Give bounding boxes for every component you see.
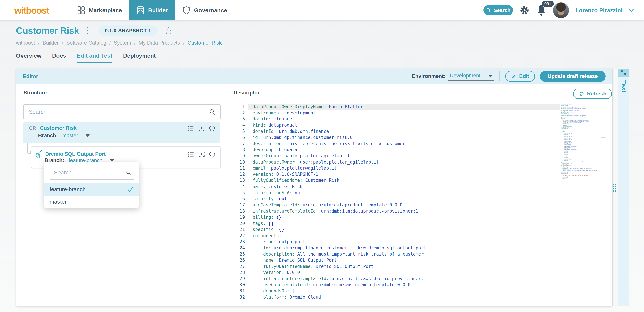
expand-arrows-icon [620, 70, 626, 76]
tab-deployment[interactable]: Deployment [123, 52, 156, 63]
breadcrumb-separator: / [38, 40, 40, 46]
title-row: Customer Risk 0.1.0-SNAPSHOT-1 ☆ [16, 25, 173, 36]
tab-overview[interactable]: Overview [16, 52, 41, 63]
breadcrumb-item[interactable]: System [114, 40, 131, 46]
code-icon[interactable] [209, 151, 216, 157]
tab-edit-and-test[interactable]: Edit and Test [77, 52, 112, 63]
code-line: 1dataProductOwnerDisplayName: Paolo Plat… [233, 104, 611, 110]
descriptor-title: Descriptor [234, 90, 260, 96]
global-search-button[interactable]: Search [483, 5, 513, 15]
branch-label: Branch: [38, 133, 58, 139]
branch-option-master[interactable]: master [44, 196, 139, 208]
nav-item-builder[interactable]: Builder [129, 0, 175, 20]
code-line: 16maturity: null [233, 196, 611, 202]
dropdown-search-input[interactable] [54, 169, 126, 176]
details-list-icon[interactable] [188, 125, 194, 131]
code-line: 2environment: development [233, 110, 611, 116]
breadcrumb-item[interactable]: Builder [42, 40, 59, 46]
editor-scrollbar-thumb[interactable] [601, 137, 605, 152]
notifications-button[interactable]: 99+ [536, 4, 546, 16]
expand-test-panel-button[interactable] [618, 69, 629, 77]
kebab-menu-icon[interactable] [86, 27, 88, 34]
code-line: 11email: paolo.platter@agilelab.it [233, 165, 611, 171]
minimap-line: format: null [561, 178, 599, 179]
code-line: 13fullyQualifiedName: Customer Risk [233, 177, 611, 183]
refresh-button[interactable]: Refresh [573, 89, 612, 99]
test-panel-label: Test [620, 80, 627, 93]
avatar[interactable] [553, 2, 569, 18]
code-line: 19billing: {} [233, 214, 611, 220]
page-title: Customer Risk [16, 25, 79, 36]
details-list-icon[interactable] [188, 151, 194, 157]
shield-icon [182, 6, 191, 14]
tree-node-customer-risk[interactable]: CR Customer Risk [23, 122, 220, 144]
app-root: witboost Marketplace Builder [0, 0, 644, 312]
code-line: 25 description: All the most important r… [233, 251, 611, 257]
version-badge: 0.1.0-SNAPSHOT-1 [98, 25, 158, 36]
code-line: 9ownerGroup: paolo.platter_agilelab.it [233, 153, 611, 159]
code-line: 8devGroup: bigdata [233, 147, 611, 153]
breadcrumb-item[interactable]: witboost [16, 40, 35, 46]
code-line: 17useCaseTemplateId: urn:dmb:utm:datapro… [233, 202, 611, 208]
editor-panel: Editor Environment: Development Edit U [16, 69, 612, 307]
environment-value: Development [450, 73, 480, 79]
code-icon[interactable] [208, 125, 216, 131]
tab-docs[interactable]: Docs [52, 52, 66, 63]
editor-scrollbar-track [600, 104, 600, 196]
breadcrumb-item[interactable]: My Data Products [139, 40, 180, 46]
user-name[interactable]: Lorenzo Pirazzini [576, 7, 622, 13]
breadcrumb-item[interactable]: Software Catalog [66, 40, 106, 46]
code-line: 26 name: Dremio SQL Output Port [233, 257, 611, 263]
structure-title: Structure [24, 90, 47, 96]
code-line: 10dataProductOwner: user:paolo.platter_a… [233, 159, 611, 165]
node-abbr: CR [29, 125, 36, 131]
refresh-icon [579, 91, 585, 97]
yaml-code-editor[interactable]: 1dataProductOwnerDisplayName: Paolo Plat… [233, 104, 611, 299]
focus-icon[interactable] [198, 151, 205, 157]
code-line: 30 useCaseTemplateId: urn:dmb:utm:aws-dr… [233, 282, 611, 288]
nav-item-label: Marketplace [89, 7, 122, 13]
update-draft-release-button[interactable]: Update draft release [540, 71, 606, 82]
code-line: 20tags: [] [233, 220, 611, 226]
gear-icon[interactable] [519, 5, 530, 15]
code-line: 31 dependsOn: [] [233, 288, 611, 294]
code-line: 27 fullyQualifiedName: Dremio SQL Output… [233, 263, 611, 269]
drag-handle-icon[interactable] [614, 184, 616, 192]
breadcrumb-separator: / [62, 40, 63, 46]
breadcrumb-item[interactable]: Customer Risk [188, 40, 222, 46]
header-divider [500, 71, 500, 81]
dremio-narwhal-icon [34, 149, 43, 159]
edit-button[interactable]: Edit [505, 71, 535, 82]
resize-gutter[interactable] [612, 69, 618, 307]
page-header: Customer Risk 0.1.0-SNAPSHOT-1 ☆ witboos… [16, 20, 628, 69]
nav-item-label: Builder [148, 7, 168, 13]
structure-search-field [23, 104, 221, 119]
star-icon[interactable]: ☆ [164, 26, 173, 35]
pane-divider [226, 84, 226, 307]
navbar-right-cluster: Search 99+ Lorenzo Pira [483, 2, 634, 18]
branch-value: master [62, 133, 78, 139]
witboost-logo[interactable]: witboost [14, 5, 70, 16]
structure-search-input[interactable] [28, 109, 209, 115]
nav-item-marketplace[interactable]: Marketplace [70, 0, 129, 20]
caret-down-icon [110, 159, 114, 162]
focus-icon[interactable] [198, 125, 205, 132]
editor-minimap[interactable]: dataProductOwnerDisplayName: Paolo Platt… [561, 104, 599, 181]
code-line: 5domainId: urn:dmb:dmn:finance [233, 128, 611, 134]
edit-button-label: Edit [519, 73, 529, 79]
editor-panel-title: Editor [23, 73, 38, 80]
code-line: 7description: this represents the risk t… [233, 141, 611, 147]
nav-item-governance[interactable]: Governance [175, 0, 234, 20]
code-line: 15informationSLA: null [233, 189, 611, 196]
branch-option-feature-branch[interactable]: feature-branch [44, 183, 139, 196]
code-line: 29 infrastructureTemplateId: urn:dmb:itm… [233, 276, 611, 282]
breadcrumb-separator: / [134, 40, 136, 46]
code-line: 6id: urn:dmb:dp:finance:customer-risk:0 [233, 134, 611, 141]
branch-select-master[interactable]: master [62, 133, 92, 140]
test-panel-tab[interactable]: Test [618, 77, 629, 307]
option-label: master [50, 199, 66, 205]
editor-panel-header: Editor Environment: Development Edit U [16, 69, 612, 84]
environment-select[interactable]: Development [448, 72, 494, 81]
chevron-down-icon[interactable] [629, 8, 634, 12]
grid-icon [77, 6, 86, 14]
